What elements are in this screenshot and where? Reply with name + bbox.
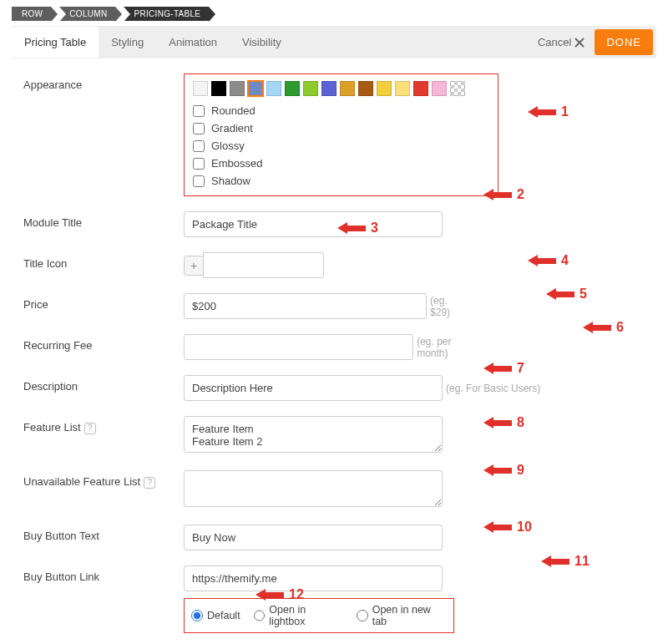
color-swatch[interactable] <box>395 81 410 96</box>
label-price: Price <box>17 293 184 311</box>
color-swatch[interactable] <box>230 81 245 96</box>
label-module-title: Module Title <box>17 211 184 229</box>
help-icon[interactable]: ? <box>144 477 155 489</box>
textarea-unavail-list[interactable] <box>184 470 443 507</box>
annotation-5: 5 <box>546 287 587 302</box>
checkbox-embossed[interactable] <box>193 158 205 170</box>
annotation-9: 9 <box>483 463 524 478</box>
annotation-4: 4 <box>528 253 569 268</box>
plus-icon: + <box>190 259 197 272</box>
cancel-button[interactable]: Cancel <box>528 36 595 48</box>
annotation-10: 10 <box>483 520 532 535</box>
tab-animation[interactable]: Animation <box>156 27 230 58</box>
color-swatch[interactable] <box>377 81 392 96</box>
crumb-pricing-table[interactable]: PRICING-TABLE <box>124 7 209 21</box>
input-description[interactable] <box>184 375 443 401</box>
color-swatch[interactable] <box>211 81 226 96</box>
radio-newtab[interactable] <box>357 610 368 621</box>
checkbox-shadow-label: Shadow <box>211 175 250 187</box>
input-title-icon[interactable] <box>203 252 324 278</box>
color-swatch[interactable] <box>303 81 318 96</box>
tabbar: Pricing Table Styling Animation Visibili… <box>12 26 656 58</box>
color-swatch[interactable] <box>248 81 263 96</box>
label-feature-list: Feature List? <box>17 416 184 434</box>
radio-default-label: Default <box>207 610 240 621</box>
hint-description: (eg. For Basic Users) <box>446 383 540 394</box>
color-swatch[interactable] <box>321 81 337 96</box>
label-description: Description <box>17 375 184 393</box>
link-target-group: Default Open in lightbox Open in new tab <box>184 598 454 633</box>
color-swatch[interactable] <box>193 81 208 96</box>
checkbox-glossy-label: Glossy <box>211 139 245 152</box>
radio-default[interactable] <box>191 610 203 621</box>
annotation-2: 2 <box>483 187 524 202</box>
input-buy-text[interactable] <box>184 525 443 550</box>
radio-newtab-label: Open in new tab <box>372 604 447 627</box>
annotation-8: 8 <box>483 415 524 430</box>
done-button[interactable]: DONE <box>595 29 653 55</box>
label-recurring: Recurring Fee <box>17 334 184 352</box>
color-swatch[interactable] <box>432 81 447 96</box>
checkbox-embossed-label: Embossed <box>211 157 262 170</box>
checkbox-gradient-label: Gradient <box>211 122 253 134</box>
close-icon <box>574 38 584 48</box>
tab-pricing-table[interactable]: Pricing Table <box>12 27 99 58</box>
annotation-7: 7 <box>483 361 524 376</box>
help-icon[interactable]: ? <box>84 423 96 434</box>
input-module-title[interactable] <box>184 211 443 237</box>
annotation-11: 11 <box>541 554 590 569</box>
checkbox-glossy[interactable] <box>193 140 205 152</box>
checkbox-gradient[interactable] <box>193 123 205 134</box>
textarea-feature-list[interactable] <box>184 416 443 453</box>
add-icon-button[interactable]: + <box>184 256 204 276</box>
radio-lightbox[interactable] <box>254 610 266 621</box>
appearance-group: Rounded Gradient Glossy Embossed Shadow <box>184 74 498 196</box>
tab-visibility[interactable]: Visibility <box>230 27 294 58</box>
input-price[interactable] <box>184 293 427 319</box>
annotation-6: 6 <box>583 320 624 335</box>
checkbox-rounded[interactable] <box>193 105 205 117</box>
annotation-12: 12 <box>256 587 304 602</box>
checkbox-rounded-label: Rounded <box>211 104 256 117</box>
label-appearance: Appearance <box>17 74 184 91</box>
annotation-3: 3 <box>337 221 378 236</box>
label-buy-link: Buy Button Link <box>17 565 184 583</box>
crumb-row[interactable]: ROW <box>12 7 51 21</box>
label-title-icon: Title Icon <box>17 252 184 270</box>
crumb-column[interactable]: COLUMN <box>59 7 115 21</box>
color-swatch[interactable] <box>413 81 428 96</box>
radio-lightbox-label: Open in lightbox <box>269 604 343 627</box>
color-swatch[interactable] <box>266 81 281 96</box>
cancel-label: Cancel <box>538 36 571 48</box>
hint-recurring: (eg. per month) <box>417 336 477 359</box>
label-buy-text: Buy Button Text <box>17 525 184 542</box>
breadcrumb: ROW COLUMN PRICING-TABLE <box>12 7 656 21</box>
label-unavail-list: Unavailable Feature List? <box>17 470 184 489</box>
color-swatch[interactable] <box>358 81 373 96</box>
color-swatch-transparent[interactable] <box>450 81 465 96</box>
checkbox-shadow[interactable] <box>193 175 205 187</box>
hint-price: (eg. $29) <box>430 295 468 318</box>
color-swatch[interactable] <box>285 81 300 96</box>
annotation-1: 1 <box>528 104 569 119</box>
input-buy-link[interactable] <box>184 565 443 591</box>
color-swatch[interactable] <box>340 81 355 96</box>
tab-styling[interactable]: Styling <box>99 27 156 58</box>
color-swatches <box>193 81 489 96</box>
input-recurring[interactable] <box>184 334 413 360</box>
